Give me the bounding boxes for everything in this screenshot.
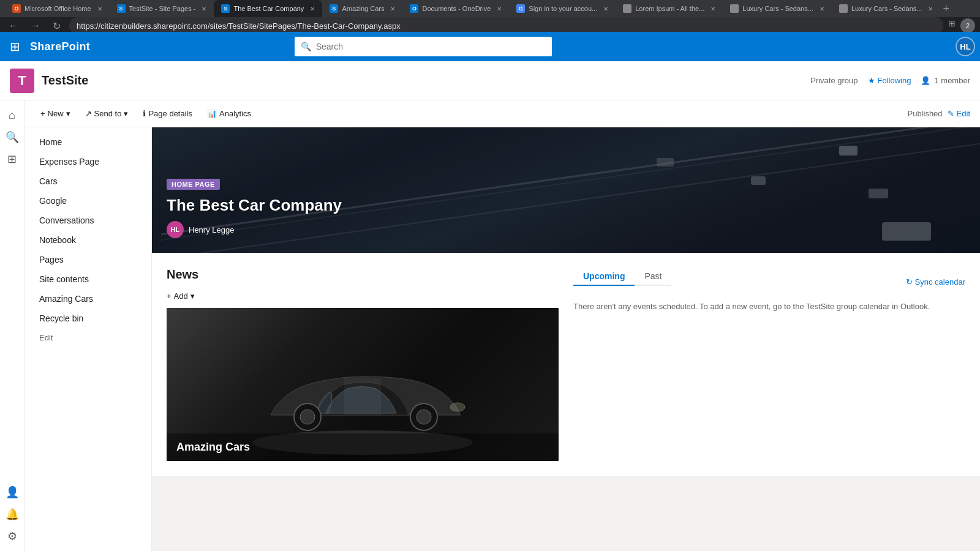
search-input[interactable]	[316, 42, 546, 51]
top-navigation: ⊞ SharePoint 🔍 HL	[0, 32, 980, 61]
news-card-title: Amazing Cars	[176, 441, 549, 454]
settings-sidebar-icon[interactable]: ⚙	[2, 527, 22, 546]
people-icon: 👤	[921, 76, 930, 85]
tab-label: Lorem Ipsum - All the...	[635, 5, 704, 12]
user-avatar[interactable]: HL	[956, 37, 975, 56]
tab-close-icon[interactable]: ✕	[603, 6, 608, 12]
page-details-button[interactable]: ℹ Page details	[137, 107, 198, 121]
tab-favicon: O	[410, 4, 418, 13]
events-header: Upcoming Past ↻ Sync calendar	[573, 268, 965, 296]
tab-amazing-cars[interactable]: S Amazing Cars ✕	[322, 0, 402, 17]
tab-luxury1[interactable]: Luxury Cars - Sedans... ✕	[723, 0, 832, 17]
tab-close-icon[interactable]: ✕	[820, 6, 824, 12]
search-box[interactable]: 🔍	[295, 37, 552, 56]
sync-calendar-button[interactable]: ↻ Sync calendar	[906, 277, 965, 287]
site-logo: T	[10, 69, 34, 93]
page-content: HOME PAGE The Best Car Company HL Henry …	[152, 127, 980, 551]
search-sidebar-icon[interactable]: 🔍	[2, 127, 22, 147]
members-count: 1 member	[934, 76, 970, 85]
tab-bar: O Microsoft Office Home ✕ S TestSite - S…	[0, 0, 980, 17]
nav-item-google[interactable]: Google	[24, 191, 151, 211]
tab-best-car-company[interactable]: S The Best Car Company ✕	[214, 0, 322, 17]
tab-close-icon[interactable]: ✕	[497, 6, 502, 12]
svg-point-2	[300, 410, 315, 424]
browser-chrome: O Microsoft Office Home ✕ S TestSite - S…	[0, 0, 980, 32]
tab-close-icon[interactable]: ✕	[710, 6, 715, 12]
hero-author: HL Henry Legge	[167, 221, 342, 238]
tab-label: Documents - OneDrive	[422, 5, 491, 12]
below-hero-content: News + Add ▾	[152, 253, 980, 476]
send-to-chevron-icon: ▾	[124, 109, 128, 118]
news-card[interactable]: Amazing Cars	[167, 308, 559, 461]
tab-favicon	[623, 4, 631, 13]
nav-item-home[interactable]: Home	[24, 132, 151, 152]
nav-item-site-contents[interactable]: Site contents	[24, 269, 151, 289]
nav-edit-button[interactable]: Edit	[24, 328, 151, 347]
hero-title: The Best Car Company	[167, 196, 342, 215]
edit-label: Edit	[957, 109, 970, 118]
nav-item-recycle-bin[interactable]: Recycle bin	[24, 309, 151, 328]
nav-item-conversations[interactable]: Conversations	[24, 211, 151, 230]
hero-section: HOME PAGE The Best Car Company HL Henry …	[152, 127, 980, 253]
author-name: Henry Legge	[189, 225, 234, 234]
tab-close-icon[interactable]: ✕	[97, 6, 102, 12]
site-header: T TestSite Private group ★ Following 👤 1…	[0, 61, 980, 100]
news-section-title: News	[167, 268, 559, 282]
add-news-button[interactable]: + Add ▾	[167, 291, 559, 301]
nav-item-amazing-cars[interactable]: Amazing Cars	[24, 289, 151, 309]
people-sidebar-icon[interactable]: 👤	[2, 482, 22, 502]
tab-close-icon[interactable]: ✕	[310, 6, 315, 12]
analytics-button[interactable]: 📊 Analytics	[201, 107, 257, 121]
new-button[interactable]: + New ▾	[34, 107, 77, 121]
new-label: New	[48, 109, 64, 118]
tab-lorem[interactable]: Lorem Ipsum - All the... ✕	[616, 0, 723, 17]
back-button[interactable]: ←	[5, 19, 22, 32]
forward-button[interactable]: →	[27, 19, 44, 32]
plus-icon: +	[40, 109, 45, 118]
tab-label: Sign in to your accou...	[529, 5, 597, 12]
tab-signin[interactable]: G Sign in to your accou... ✕	[509, 0, 616, 17]
analytics-icon: 📊	[207, 109, 217, 118]
waffle-menu-button[interactable]: ⊞	[5, 34, 25, 59]
extensions-icon[interactable]: ⊞	[948, 18, 956, 33]
tab-label: Luxury Cars - Sedans...	[851, 5, 922, 12]
tab-onedrive[interactable]: O Documents - OneDrive ✕	[402, 0, 509, 17]
sharepoint-app: ⊞ SharePoint 🔍 HL T TestSite Private gro…	[0, 32, 980, 551]
sync-label: Sync calendar	[915, 277, 965, 287]
events-tabs: Upcoming Past	[573, 268, 671, 286]
tab-luxury2[interactable]: Luxury Cars - Sedans... ✕	[832, 0, 941, 17]
send-to-button[interactable]: ↗ Send to ▾	[79, 107, 135, 121]
add-label: Add	[174, 291, 188, 301]
tab-testsite-pages[interactable]: S TestSite - Site Pages - ✕	[110, 0, 214, 17]
home-sidebar-icon[interactable]: ⌂	[2, 105, 22, 125]
tab-close-icon[interactable]: ✕	[928, 6, 933, 12]
tab-past[interactable]: Past	[635, 268, 671, 286]
tab-favicon	[839, 4, 848, 13]
page-toolbar: + New ▾ ↗ Send to ▾ ℹ Page details 📊 Ana…	[24, 100, 980, 127]
tab-label: TestSite - Site Pages -	[129, 5, 196, 12]
following-label: Following	[878, 76, 911, 85]
svg-point-4	[417, 410, 431, 424]
tab-close-icon[interactable]: ✕	[202, 6, 206, 12]
topnav-right: HL	[956, 37, 975, 56]
nav-item-cars[interactable]: Cars	[24, 171, 151, 191]
nav-item-expenses[interactable]: Expenses Page	[24, 152, 151, 171]
notifications-sidebar-icon[interactable]: 🔔	[2, 504, 22, 524]
app-body: ⌂ 🔍 ⊞ 👤 🔔 ⚙ + New ▾ ↗ Send to ▾	[0, 100, 980, 551]
apps-sidebar-icon[interactable]: ⊞	[2, 149, 22, 169]
sharepoint-logo: SharePoint	[30, 40, 90, 53]
hero-badge: HOME PAGE	[167, 179, 220, 190]
members-info[interactable]: 👤 1 member	[921, 76, 970, 85]
tab-close-icon[interactable]: ✕	[390, 6, 395, 12]
new-tab-button[interactable]: +	[943, 2, 949, 15]
nav-item-notebook[interactable]: Notebook	[24, 230, 151, 250]
following-button[interactable]: ★ Following	[868, 76, 911, 85]
tab-upcoming[interactable]: Upcoming	[573, 268, 635, 286]
reload-button[interactable]: ↻	[49, 19, 64, 33]
site-title: TestSite	[42, 73, 88, 88]
nav-item-pages[interactable]: Pages	[24, 250, 151, 269]
edit-button[interactable]: ✎ Edit	[948, 109, 970, 118]
tab-label: Microsoft Office Home	[24, 5, 91, 12]
main-content-area: Home Expenses Page Cars Google Conversat…	[24, 127, 980, 551]
tab-office-home[interactable]: O Microsoft Office Home ✕	[5, 0, 110, 17]
